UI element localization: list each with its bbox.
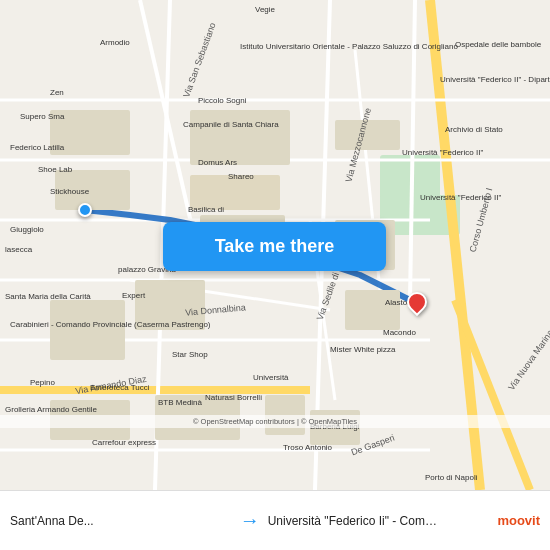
svg-rect-21 (190, 110, 290, 165)
svg-rect-28 (345, 290, 400, 330)
map-attribution: © OpenStreetMap contributors | © OpenMap… (0, 415, 550, 428)
svg-rect-19 (50, 110, 130, 155)
destination-name: Università "Federico Ii" - Comples... (268, 514, 438, 528)
svg-rect-22 (190, 175, 280, 210)
origin-name: Sant'Anna De... (10, 514, 94, 528)
destination-info: Università "Federico Ii" - Comples... (268, 514, 490, 528)
moovit-logo: moovit (497, 513, 540, 528)
svg-rect-24 (135, 280, 205, 330)
svg-rect-26 (335, 120, 400, 150)
svg-rect-25 (50, 300, 125, 360)
bottom-bar: Sant'Anna De... → Università "Federico I… (0, 490, 550, 550)
map-container: Via San Sebastiano Via Mezzocannone Via … (0, 0, 550, 490)
svg-rect-20 (55, 170, 130, 210)
origin-info: Sant'Anna De... (10, 514, 232, 528)
take-me-there-button[interactable]: Take me there (163, 222, 386, 271)
arrow-icon: → (232, 509, 268, 532)
moovit-logo-text: moovit (497, 513, 540, 528)
origin-marker (78, 203, 92, 217)
